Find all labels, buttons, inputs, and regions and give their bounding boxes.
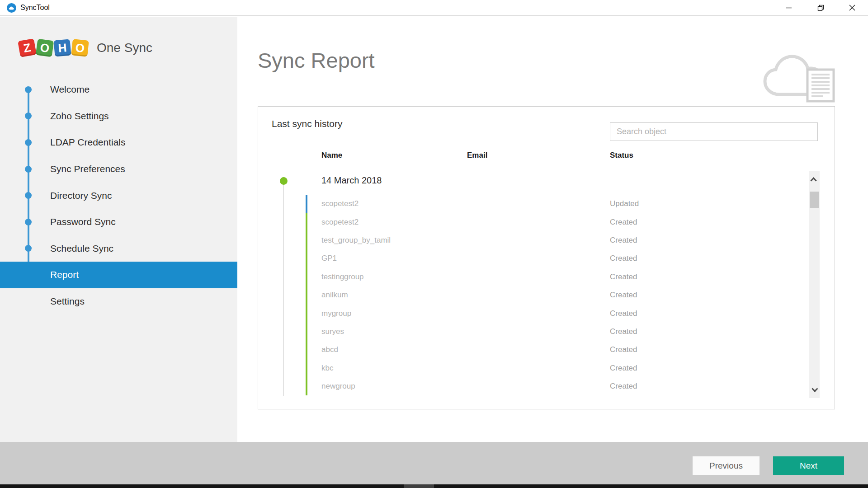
- row-accent-bar: [306, 341, 307, 359]
- footer-bar: Previous Next: [0, 442, 868, 484]
- row-status: Updated: [610, 199, 639, 208]
- sync-history-list: scopetest2Updatedscopetest2Createdtest_g…: [258, 195, 835, 395]
- panel-heading: Last sync history: [272, 118, 342, 129]
- brand-title: One Sync: [97, 41, 152, 55]
- step-dot-icon: [25, 113, 32, 119]
- table-row: scopetest2Updated: [258, 195, 835, 213]
- row-status: Created: [610, 345, 637, 354]
- row-name: newgroup: [321, 382, 355, 391]
- sidebar-item-password-sync[interactable]: Password Sync: [0, 209, 237, 235]
- sidebar-item-label: Directory Sync: [50, 190, 112, 201]
- zoho-logo: ZOHO: [19, 40, 90, 56]
- sidebar-item-label: Sync Preferences: [50, 164, 125, 174]
- row-name: kbc: [321, 364, 333, 373]
- scrollbar[interactable]: [809, 171, 820, 398]
- sidebar-item-label: Report: [50, 269, 79, 280]
- brand: ZOHO One Sync: [19, 40, 152, 56]
- scroll-down-button[interactable]: [809, 383, 820, 396]
- restore-button[interactable]: [805, 0, 836, 15]
- sync-history-panel: Last sync history Name Email Status 14 M…: [258, 106, 835, 409]
- cloud-report-icon: [760, 50, 841, 104]
- row-accent-bar: [306, 249, 307, 267]
- sidebar-item-report[interactable]: Report: [0, 262, 237, 288]
- row-name: abcd: [321, 345, 338, 354]
- row-accent-bar: [306, 195, 307, 213]
- row-name: test_group_by_tamil: [321, 236, 391, 245]
- row-name: scopetest2: [321, 218, 359, 227]
- sidebar-item-directory-sync[interactable]: Directory Sync: [0, 182, 237, 209]
- table-row: test_group_by_tamilCreated: [258, 231, 835, 249]
- row-name: suryes: [321, 327, 344, 336]
- sidebar-item-ldap-credentials[interactable]: LDAP Credentials: [0, 129, 237, 156]
- sidebar-item-label: Zoho Settings: [50, 111, 109, 122]
- zoho-letter-2: H: [53, 39, 71, 56]
- step-dot-icon: [25, 192, 32, 199]
- column-header-name: Name: [321, 151, 342, 160]
- scrollbar-thumb[interactable]: [810, 192, 819, 208]
- column-header-email: Email: [467, 151, 487, 160]
- zoho-letter-3: O: [71, 39, 89, 57]
- zoho-letter-0: Z: [18, 38, 37, 57]
- table-row: newgroupCreated: [258, 377, 835, 395]
- sidebar-item-label: Welcome: [50, 84, 90, 95]
- row-status: Created: [610, 254, 637, 263]
- table-row: GP1Created: [258, 249, 835, 267]
- row-status: Created: [610, 218, 637, 227]
- window-title: SyncTool: [20, 4, 50, 12]
- restore-icon: [817, 5, 824, 11]
- sidebar-stepper: WelcomeZoho SettingsLDAP CredentialsSync…: [0, 76, 237, 314]
- scroll-up-button[interactable]: [809, 173, 820, 187]
- chevron-down-icon: [811, 386, 818, 392]
- minimize-icon: [786, 5, 792, 11]
- sidebar-item-label: Password Sync: [50, 216, 116, 227]
- step-dot-icon: [25, 139, 32, 146]
- row-accent-bar: [306, 323, 307, 341]
- cloud-glyph: [9, 6, 14, 10]
- next-button[interactable]: Next: [773, 456, 844, 475]
- table-row: abcdCreated: [258, 341, 835, 359]
- table-row: suryesCreated: [258, 323, 835, 341]
- row-status: Created: [610, 364, 637, 373]
- row-name: GP1: [321, 254, 337, 263]
- table-row: testinggroupCreated: [258, 268, 835, 286]
- row-status: Created: [610, 382, 637, 391]
- bottom-edge-segment: [404, 484, 434, 488]
- page-title: Sync Report: [258, 48, 375, 73]
- app-cloud-icon: [7, 3, 16, 13]
- row-name: testinggroup: [321, 272, 364, 282]
- row-name: scopetest2: [321, 199, 359, 208]
- row-status: Created: [610, 309, 637, 318]
- row-accent-bar: [306, 268, 307, 286]
- close-button[interactable]: [836, 0, 868, 15]
- row-status: Created: [610, 327, 637, 336]
- search-input[interactable]: [610, 122, 818, 141]
- sync-group-date: 14 March 2018: [321, 175, 382, 186]
- minimize-button[interactable]: [773, 0, 805, 15]
- step-dot-icon: [25, 219, 32, 225]
- row-accent-bar: [306, 304, 307, 322]
- sidebar-item-zoho-settings[interactable]: Zoho Settings: [0, 103, 237, 130]
- row-accent-bar: [306, 213, 307, 231]
- step-dot-icon: [25, 86, 32, 93]
- sidebar-item-schedule-sync[interactable]: Schedule Sync: [0, 235, 237, 262]
- sidebar-item-label: Settings: [50, 296, 85, 307]
- timeline-date-dot: [280, 177, 288, 185]
- sidebar-item-label: LDAP Credentials: [50, 137, 126, 148]
- titlebar[interactable]: SyncTool: [0, 0, 868, 16]
- window-controls: [773, 0, 868, 15]
- bottom-edge-strip: [0, 484, 868, 488]
- step-dot-icon: [25, 166, 32, 173]
- table-row: anilkumCreated: [258, 286, 835, 304]
- row-status: Created: [610, 272, 637, 282]
- table-row: kbcCreated: [258, 359, 835, 377]
- table-row: scopetest2Created: [258, 213, 835, 231]
- row-accent-bar: [306, 286, 307, 304]
- sidebar-item-label: Schedule Sync: [50, 243, 113, 254]
- sidebar-item-welcome[interactable]: Welcome: [0, 76, 237, 103]
- sidebar-item-sync-preferences[interactable]: Sync Preferences: [0, 156, 237, 183]
- previous-button[interactable]: Previous: [693, 456, 760, 475]
- step-dot-icon: [25, 245, 32, 252]
- row-accent-bar: [306, 377, 307, 395]
- table-row: mygroupCreated: [258, 304, 835, 322]
- sidebar-item-settings[interactable]: Settings: [0, 288, 237, 315]
